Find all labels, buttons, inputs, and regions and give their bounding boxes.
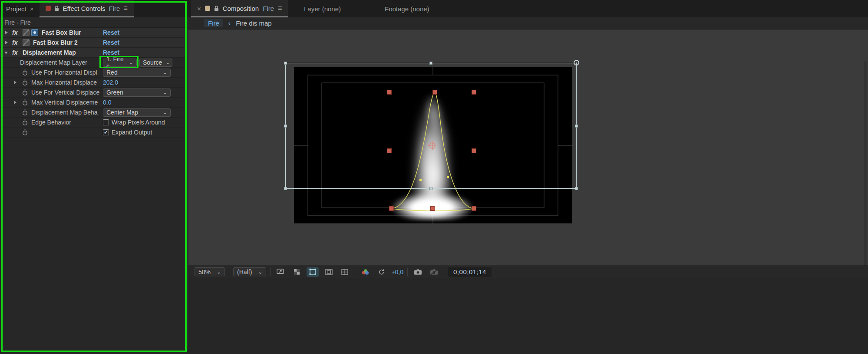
effect-name[interactable]: Fast Box Blur [42,29,81,36]
grid-guides-button[interactable] [339,267,351,277]
reset-exposure-button[interactable] [375,267,387,277]
after-effects-window: Project × Effect Controls Fire ≡ Fire · … [0,0,868,354]
transparency-grid-button[interactable] [290,267,303,277]
effect-rows: fx Fast Box Blur Reset fx Fast Box Blur … [0,28,185,138]
effect-row-displacement-map[interactable]: fx Displacement Map Reset [0,48,185,58]
prop-row-max-vertical: Max Vertical Displaceme 0,0 [0,98,185,108]
bbox-handle[interactable] [284,125,287,128]
preview-button[interactable] [274,267,287,277]
breadcrumb-layer-item[interactable]: Fire dis map [236,20,272,27]
magnification-value: 50% [198,269,211,275]
prop-row-max-horizontal: Max Horizontal Displace 202,0 [0,78,185,88]
close-icon[interactable]: × [30,5,34,13]
camera-icon [414,269,422,275]
effect-control-point[interactable] [432,90,437,95]
bbox-handle[interactable] [429,187,432,190]
prop-label: Edge Behavior [31,119,71,126]
twirl-closed-icon[interactable] [5,31,8,34]
composition-viewport[interactable] [188,30,868,266]
map-behavior-dropdown[interactable]: Center Map ⌄ [103,108,171,117]
region-of-interest-button[interactable] [323,267,335,277]
max-vertical-value[interactable]: 0,0 [103,99,111,106]
chevron-down-icon: ⌄ [163,70,167,75]
bbox-handle[interactable] [575,187,578,190]
layer-dropdown[interactable]: 1. Fire c ⌄ [103,59,137,67]
max-horizontal-value[interactable]: 202,0 [103,79,118,86]
resolution-dropdown[interactable]: (Half) ⌄ [233,267,266,276]
effect-context-label: Fire · Fire [4,19,31,26]
tab-layer[interactable]: Layer (none) [304,0,341,17]
effect-controls-panel: Project × Effect Controls Fire ≡ Fire · … [0,0,188,354]
effect-row-fast-box-blur-2[interactable]: fx Fast Box Blur 2 Reset [0,38,185,48]
exposure-value[interactable]: +0,0 [391,269,403,275]
reset-link[interactable]: Reset [103,49,119,56]
show-snapshot-button[interactable] [428,267,440,277]
effect-control-point[interactable] [430,206,435,211]
expand-output-checkbox[interactable]: ✓ [103,129,109,135]
twirl-closed-icon[interactable] [5,41,8,44]
tab-footage[interactable]: Footage (none) [385,0,429,17]
take-snapshot-button[interactable] [412,267,424,277]
magnification-dropdown[interactable]: 50% ⌄ [195,267,225,276]
viewer-scrollbar[interactable] [864,61,867,266]
source-dropdown[interactable]: Source ⌄ [139,59,172,67]
panel-color-chip-icon [46,6,51,11]
tab-effect-controls-label: Effect Controls [63,5,105,12]
toolbar-separator [407,268,408,276]
reset-link[interactable]: Reset [103,29,119,36]
stopwatch-icon[interactable] [22,69,28,76]
check-icon: ✓ [104,129,108,135]
effect-name[interactable]: Fast Box Blur 2 [33,39,78,46]
effect-control-point[interactable] [387,90,392,95]
effect-control-point[interactable] [472,206,476,211]
prop-label: Use For Horizontal Displ [31,69,97,76]
panel-color-chip-icon [205,6,210,11]
effect-row-fast-box-blur[interactable]: fx Fast Box Blur Reset [0,28,185,38]
effect-control-point[interactable] [387,148,392,153]
effect-control-point[interactable] [389,206,394,211]
prop-row-use-horizontal: Use For Horizontal Displ Red ⌄ [0,68,185,78]
left-panel-tabbar: Project × Effect Controls Fire ≡ [0,0,188,17]
left-panel-scrollbar[interactable] [185,28,188,351]
tab-layer-label: Layer (none) [304,5,341,13]
reset-link[interactable]: Reset [103,39,119,46]
toolbar-separator [270,268,271,276]
panel-menu-icon[interactable]: ≡ [278,4,282,12]
tab-effect-controls[interactable]: Effect Controls Fire ≡ [40,0,133,17]
show-snapshot-icon [430,269,438,275]
tab-composition[interactable]: × Composition Fire ≡ [191,0,288,17]
current-time-display[interactable]: 0;00;01;14 [448,267,492,277]
chevron-down-icon: ⌄ [129,60,133,65]
bbox-handle[interactable] [575,125,578,128]
twirl-closed-icon[interactable] [14,101,17,104]
stopwatch-icon[interactable] [22,79,28,86]
effect-name[interactable]: Displacement Map [23,49,76,56]
horizontal-channel-value: Red [106,69,118,76]
bbox-handle[interactable] [284,62,287,65]
effect-control-point[interactable] [472,148,476,153]
wrap-pixels-checkbox[interactable] [103,119,109,125]
tab-project[interactable]: Project × [0,0,40,17]
close-icon[interactable]: × [197,5,201,12]
stopwatch-icon[interactable] [22,119,28,126]
stopwatch-icon[interactable] [22,129,28,136]
bbox-handle[interactable] [284,187,287,190]
mask-visibility-button[interactable] [307,267,319,277]
effect-badge-icon [31,29,38,36]
panel-menu-icon[interactable]: ≡ [123,4,127,12]
tab-composition-target: Fire [263,5,274,12]
vertical-channel-dropdown[interactable]: Green ⌄ [103,88,171,97]
twirl-open-icon[interactable] [4,52,8,54]
twirl-closed-icon[interactable] [14,81,17,84]
horizontal-channel-dropdown[interactable]: Red ⌄ [103,69,171,77]
anchor-point-icon[interactable] [429,142,436,149]
stopwatch-icon[interactable] [22,89,28,96]
stopwatch-icon[interactable] [22,109,28,116]
effect-control-point[interactable] [472,90,476,95]
stopwatch-icon[interactable] [22,99,28,106]
bbox-rotate-handle-icon[interactable] [574,60,579,66]
checkbox-label: Expand Output [112,129,152,136]
breadcrumb-comp-fire[interactable]: Fire [204,19,223,27]
channels-button[interactable] [359,267,371,277]
bbox-handle[interactable] [429,62,432,65]
